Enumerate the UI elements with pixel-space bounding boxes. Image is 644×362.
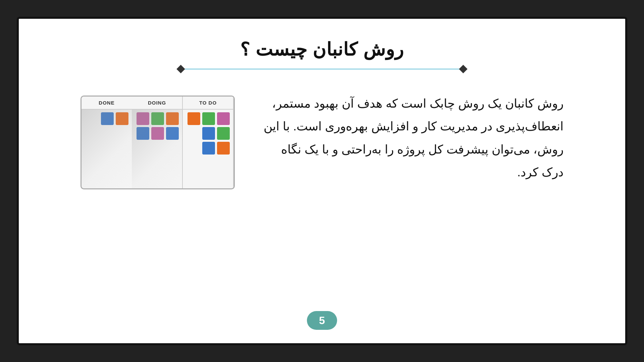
todo-col [183,110,234,188]
description-text: روش کانبان یک روش چابک است که هدف آن بهب… [262,92,564,184]
kanban-card [202,142,215,155]
doing-header: DOING [132,97,183,109]
slide: روش کانبان چیست ؟ روش کانبان یک روش چابک… [17,17,627,345]
kanban-card [187,112,200,125]
kanban-card [217,112,230,125]
diamond-right [459,65,467,73]
content-area: روش کانبان یک روش چابک است که هدف آن بهب… [19,92,625,189]
divider [178,66,466,72]
kanban-card [217,127,230,140]
divider-line [184,69,460,69]
kanban-card [166,112,179,125]
kanban-card [137,112,149,125]
kanban-card [116,112,128,125]
kanban-body [82,110,234,188]
kanban-card [137,127,149,140]
kanban-card [217,142,230,155]
page-number: 5 [319,314,325,327]
kanban-header: TO DO DOING DONE [82,97,234,110]
slide-title: روش کانبان چیست ؟ [240,39,404,60]
page-number-badge: 5 [307,311,337,330]
kanban-card [151,127,164,140]
kanban-card [202,127,215,140]
done-header: DONE [82,97,132,109]
diamond-left [176,65,185,73]
kanban-card [101,112,114,125]
kanban-card [202,112,215,125]
todo-header: TO DO [183,97,234,109]
done-col [82,110,132,188]
doing-col [132,110,183,188]
kanban-board: TO DO DOING DONE [80,96,235,189]
kanban-card [166,127,179,140]
kanban-card [151,112,164,125]
